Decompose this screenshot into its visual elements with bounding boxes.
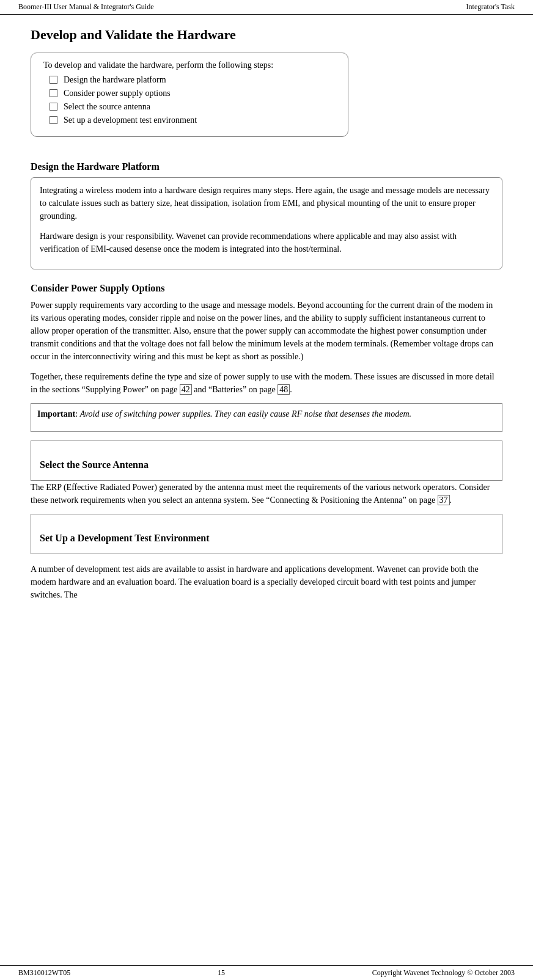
- important-box: Important: Avoid use of switching power …: [31, 403, 502, 432]
- section-title-antenna: Select the Source Antenna: [40, 459, 493, 470]
- checklist-item-1: Design the hardware platform: [50, 75, 336, 85]
- design-para-1: Integrating a wireless modem into a hard…: [40, 184, 493, 222]
- checklist-label-4: Set up a development test environment: [64, 115, 197, 125]
- intro-box: To develop and validate the hardware, pe…: [31, 53, 348, 137]
- checkbox-icon-1: [50, 76, 57, 84]
- section-title-devtest: Set Up a Development Test Environment: [40, 533, 493, 544]
- power-para-1: Power supply requirements vary according…: [31, 299, 502, 363]
- page-ref-48[interactable]: 48: [278, 384, 290, 395]
- checklist-label-2: Consider power supply options: [64, 89, 171, 98]
- intro-text: To develop and validate the hardware, pe…: [43, 60, 336, 70]
- checklist-item-3: Select the source antenna: [50, 102, 336, 112]
- checklist: Design the hardware platform Consider po…: [43, 75, 336, 125]
- checklist-item-4: Set up a development test environment: [50, 115, 336, 125]
- footer-left: BM310012WT05: [18, 968, 70, 978]
- page-container: Boomer-III User Manual & Integrator's Gu…: [0, 0, 533, 980]
- section-title-design: Design the Hardware Platform: [31, 161, 502, 172]
- select-antenna-box: Select the Source Antenna: [31, 441, 502, 481]
- page-ref-37[interactable]: 37: [438, 495, 450, 505]
- main-title: Develop and Validate the Hardware: [31, 27, 502, 43]
- design-platform-box: Integrating a wireless modem into a hard…: [31, 177, 502, 269]
- power-para-2: Together, these requirements define the …: [31, 370, 502, 396]
- content-area: Develop and Validate the Hardware To dev…: [0, 15, 533, 965]
- footer-right: Copyright Wavenet Technology © October 2…: [372, 968, 515, 978]
- important-text: Important: Avoid use of switching power …: [37, 408, 496, 420]
- dev-env-box: Set Up a Development Test Environment: [31, 514, 502, 554]
- devtest-para-1: A number of development test aids are av…: [31, 563, 502, 601]
- header-left: Boomer-III User Manual & Integrator's Gu…: [18, 2, 154, 12]
- checkbox-icon-3: [50, 103, 57, 111]
- important-label: Important: [37, 409, 75, 419]
- checklist-label-1: Design the hardware platform: [64, 75, 166, 85]
- antenna-para-1: The ERP (Effective Radiated Power) gener…: [31, 481, 502, 506]
- page-header: Boomer-III User Manual & Integrator's Gu…: [0, 0, 533, 15]
- page-ref-42[interactable]: 42: [180, 384, 192, 395]
- design-para-2: Hardware design is your responsibility. …: [40, 230, 493, 255]
- checkbox-icon-2: [50, 89, 57, 97]
- checklist-label-3: Select the source antenna: [64, 102, 150, 112]
- checkbox-icon-4: [50, 116, 57, 124]
- header-right: Integrator's Task: [466, 2, 515, 12]
- page-footer: BM310012WT05 15 Copyright Wavenet Techno…: [0, 965, 533, 980]
- section-title-power: Consider Power Supply Options: [31, 283, 502, 294]
- important-italic: Avoid use of switching power supplies. T…: [80, 409, 411, 419]
- checklist-item-2: Consider power supply options: [50, 89, 336, 98]
- footer-center: 15: [218, 968, 225, 978]
